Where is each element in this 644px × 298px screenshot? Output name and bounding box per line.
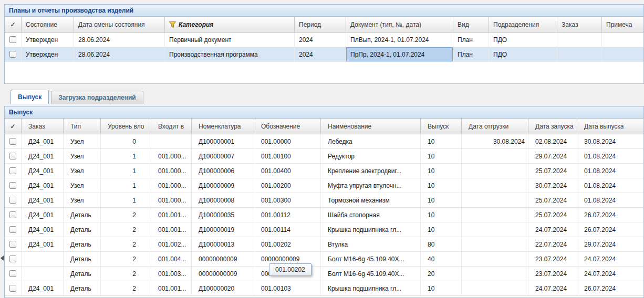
grid-cell[interactable]: Болт М16-6g 45.109.40Х... — [321, 267, 421, 281]
grid-cell[interactable]: 30.08.2024 — [462, 134, 528, 148]
grid-cell[interactable]: 28.06.2024 — [74, 33, 165, 47]
grid-cell[interactable]: 001.00200 — [254, 178, 321, 193]
table-row[interactable]: Д24_001Узел1001.000...Д100000009001.0020… — [5, 178, 643, 193]
column-header[interactable]: Примеча — [602, 17, 643, 32]
grid-cell[interactable]: 01.08.2024 — [577, 149, 643, 163]
grid-cell[interactable]: Д100000009 — [192, 178, 254, 193]
grid-cell[interactable]: 001.00114 — [254, 222, 321, 237]
grid-cell[interactable]: Узел — [64, 134, 101, 148]
grid-cell[interactable]: 29.07.2024 — [577, 237, 643, 251]
column-header[interactable]: Заказ — [557, 17, 602, 32]
grid-cell[interactable]: Болт М16-6g 45.109.40Х... — [321, 252, 421, 266]
grid-cell[interactable]: 26.07.2024 — [577, 281, 643, 295]
grid-cell[interactable]: 001.001... — [151, 222, 192, 237]
grid-cell[interactable]: 30.08.2024 — [577, 134, 643, 148]
column-header[interactable]: Дата запуска — [528, 119, 577, 134]
row-checkbox[interactable] — [9, 51, 16, 58]
grid-cell[interactable]: План — [453, 33, 489, 47]
grid-cell[interactable] — [557, 33, 602, 47]
table-row[interactable]: Д24_001Узел1001.000...Д100000006001.0040… — [5, 164, 643, 178]
grid-cell[interactable]: 00000000009 — [192, 267, 254, 281]
grid-cell[interactable]: 001.001... — [151, 208, 192, 222]
select-all-column-header[interactable]: ✓ — [5, 119, 22, 134]
grid-cell[interactable]: 23.07.2024 — [528, 252, 577, 266]
column-header[interactable]: Обозначение — [254, 119, 321, 134]
column-header[interactable]: Период — [295, 17, 346, 32]
grid-cell[interactable] — [557, 47, 602, 61]
grid-cell[interactable]: Д24_001 — [22, 222, 64, 237]
grid-cell[interactable] — [602, 33, 643, 47]
grid-cell[interactable] — [22, 252, 64, 266]
column-header[interactable]: Дата отгрузки — [462, 119, 528, 134]
grid-cell[interactable] — [151, 134, 192, 148]
grid-cell[interactable] — [22, 267, 64, 281]
grid-cell[interactable]: 001.00300 — [254, 193, 321, 207]
grid-cell[interactable]: Д100000035 — [192, 208, 254, 222]
grid-cell[interactable]: Д24_001 — [22, 193, 64, 207]
grid-cell[interactable]: 001.00202 — [254, 237, 321, 251]
grid-cell[interactable] — [462, 237, 528, 251]
grid-cell[interactable]: 001.00000 — [254, 134, 321, 148]
grid-cell[interactable]: 24.07.2024 — [577, 252, 643, 266]
grid-cell[interactable]: Крепление электродвиг... — [321, 164, 421, 178]
grid-cell[interactable]: 23.07.2024 — [528, 267, 577, 281]
grid-cell[interactable]: 2 — [101, 281, 151, 295]
grid-cell[interactable]: 001.000... — [151, 193, 192, 207]
grid-cell[interactable]: Шайба стопорная — [321, 208, 421, 222]
grid-cell[interactable]: Деталь — [64, 237, 101, 251]
grid-cell[interactable] — [602, 47, 643, 61]
grid-cell[interactable]: 25.07.2024 — [528, 208, 577, 222]
grid-cell[interactable]: Д100000007 — [192, 149, 254, 163]
grid-cell[interactable]: Лебедка — [321, 134, 421, 148]
grid-cell[interactable]: 001.002... — [151, 237, 192, 251]
grid-cell[interactable]: 0 — [101, 134, 151, 148]
grid-cell[interactable]: 02.08.2024 — [528, 134, 577, 148]
column-header[interactable]: Документ (тип, №, дата) — [346, 17, 453, 32]
table-row[interactable]: Д24_001Узел0Д100000001001.00000Лебедка10… — [5, 134, 643, 149]
column-header[interactable]: Уровень вло — [101, 119, 151, 134]
grid-cell[interactable]: План — [453, 47, 489, 61]
grid-cell[interactable]: 01.08.2024 — [577, 164, 643, 178]
grid-cell[interactable]: Деталь — [64, 281, 101, 295]
table-row[interactable]: Д24_001Узел1001.000...Д100000007001.0010… — [5, 149, 643, 164]
row-checkbox[interactable] — [9, 138, 16, 145]
grid-cell[interactable]: Д100000008 — [192, 193, 254, 207]
row-checkbox[interactable] — [9, 211, 16, 218]
column-header[interactable]: Наименование — [321, 119, 421, 134]
grid-cell[interactable]: Производственная программа — [165, 47, 295, 61]
grid-cell[interactable]: 26.07.2024 — [577, 222, 643, 237]
grid-cell[interactable]: 10 — [421, 134, 462, 148]
grid-cell[interactable]: 001.004... — [151, 252, 192, 266]
column-header[interactable]: Заказ — [22, 119, 64, 134]
splitter-handle[interactable] — [0, 252, 4, 264]
grid-cell[interactable]: Деталь — [64, 208, 101, 222]
column-header[interactable]: Категория — [165, 17, 295, 32]
grid-cell[interactable] — [462, 267, 528, 281]
table-row[interactable]: Д24_001Узел1001.000...Д100000008001.0030… — [5, 193, 643, 208]
grid-cell[interactable]: 2 — [101, 237, 151, 251]
grid-cell[interactable]: Крышка подшипника гл... — [321, 222, 421, 237]
row-checkbox[interactable] — [9, 197, 16, 204]
grid-cell[interactable]: 28.06.2024 — [74, 47, 165, 61]
grid-cell[interactable] — [462, 178, 528, 193]
grid-cell[interactable]: 24.07.2024 — [528, 281, 577, 295]
column-header[interactable]: Выпуск — [421, 119, 462, 134]
grid-cell[interactable]: 001.00100 — [254, 149, 321, 163]
column-header[interactable]: Дата выпуска — [577, 119, 643, 134]
grid-cell[interactable]: 2 — [101, 267, 151, 281]
grid-cell[interactable]: 1 — [101, 164, 151, 178]
grid-cell[interactable]: Д24_001 — [22, 208, 64, 222]
grid-cell[interactable]: 01.08.2024 — [577, 178, 643, 193]
table-row[interactable]: Утвержден28.06.2024Производственная прог… — [5, 47, 643, 62]
column-header[interactable]: Вид — [453, 17, 489, 32]
grid-cell[interactable]: 24.07.2024 — [577, 267, 643, 281]
grid-cell[interactable]: ПДО — [489, 47, 557, 61]
grid-cell[interactable]: Д100000019 — [192, 222, 254, 237]
grid-cell[interactable]: Утвержден — [22, 47, 74, 61]
grid-cell[interactable]: Д24_001 — [22, 134, 64, 148]
table-row[interactable]: Деталь2001.004...0000000000900000000009Б… — [5, 252, 643, 267]
row-checkbox[interactable] — [9, 285, 16, 292]
grid-cell[interactable]: 30.07.2024 — [528, 178, 577, 193]
row-checkbox[interactable] — [9, 241, 16, 248]
grid-cell[interactable]: Д24_001 — [22, 164, 64, 178]
